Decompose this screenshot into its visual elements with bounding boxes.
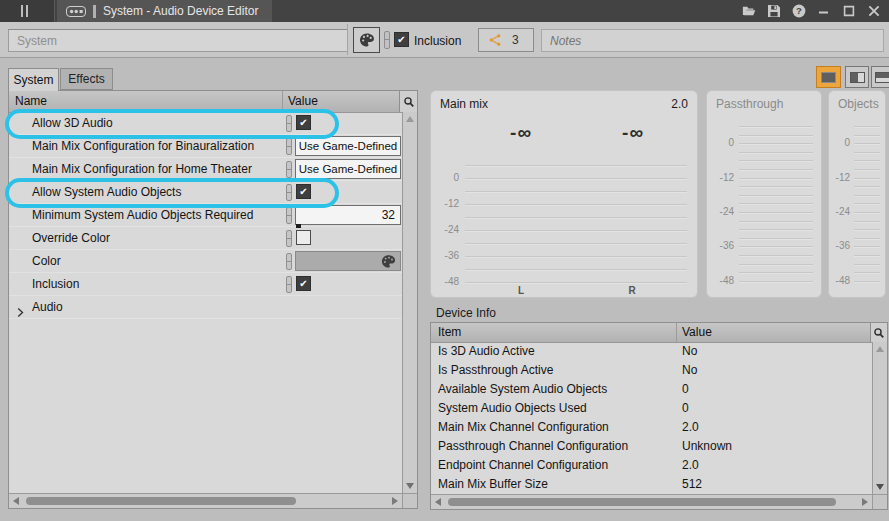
property-row[interactable]: Minimum System Audio Objects Required32: [9, 204, 402, 227]
device-info-value: 2.0: [682, 420, 699, 434]
column-header-name[interactable]: Name: [15, 94, 47, 108]
meter-gridline: [854, 143, 880, 144]
tab-system[interactable]: System: [8, 68, 59, 91]
palette-icon: [359, 32, 375, 48]
property-row[interactable]: Override Color: [9, 227, 402, 250]
column-divider[interactable]: [676, 323, 677, 342]
object-name-input[interactable]: [8, 29, 348, 52]
close-icon[interactable]: [867, 4, 881, 18]
device-info-title: Device Info: [436, 306, 496, 320]
property-checkbox[interactable]: [296, 184, 311, 199]
property-row[interactable]: Allow System Audio Objects: [9, 181, 402, 204]
property-dropdown[interactable]: Use Game-Defined: [295, 159, 401, 179]
scroll-left-icon[interactable]: [435, 498, 441, 506]
scroll-down-icon[interactable]: [876, 484, 884, 490]
device-info-row[interactable]: Endpoint Channel Configuration2.0: [431, 456, 872, 475]
scrollbar-thumb[interactable]: [448, 498, 836, 506]
column-header-item[interactable]: Item: [438, 325, 461, 339]
scroll-right-icon[interactable]: [392, 497, 398, 505]
property-vertical-scrollbar[interactable]: [402, 112, 417, 493]
layout-split-horizontal-button[interactable]: [871, 66, 889, 88]
property-checkbox[interactable]: [296, 230, 311, 245]
property-number-input[interactable]: 32: [295, 205, 401, 225]
device-info-row[interactable]: Main Mix Buffer Size512: [431, 475, 872, 494]
meter-gridline: [854, 212, 880, 213]
inclusion-checkbox[interactable]: [394, 32, 409, 47]
device-info-row[interactable]: Is 3D Audio ActiveNo: [431, 342, 872, 361]
property-row[interactable]: Allow 3D Audio: [9, 112, 402, 135]
scroll-up-icon[interactable]: [406, 116, 414, 122]
value-drag-handle[interactable]: [286, 253, 292, 270]
property-horizontal-scrollbar[interactable]: [9, 493, 402, 508]
meter-gridline: [854, 264, 880, 265]
color-picker-button[interactable]: [353, 27, 380, 53]
scrollbar-corner: [872, 494, 887, 509]
scroll-up-icon[interactable]: [876, 346, 884, 352]
notes-input[interactable]: [541, 29, 884, 52]
value-drag-handle[interactable]: [286, 207, 292, 224]
property-row[interactable]: Inclusion: [9, 273, 402, 296]
toolbar-splitter-handle[interactable]: [384, 31, 390, 49]
device-info-item: Is Passthrough Active: [438, 363, 553, 377]
references-button[interactable]: 3: [478, 28, 534, 52]
device-info-row[interactable]: Is Passthrough ActiveNo: [431, 361, 872, 380]
value-drag-handle[interactable]: [286, 276, 292, 293]
minimize-icon[interactable]: [817, 4, 831, 18]
value-drag-handle[interactable]: [286, 184, 292, 201]
editor-document-tab[interactable]: System - Audio Device Editor: [57, 0, 272, 22]
property-checkbox[interactable]: [296, 115, 311, 130]
device-info-horizontal-scrollbar[interactable]: [431, 494, 872, 509]
property-name: Main Mix Configuration for Home Theater: [32, 162, 252, 176]
audio-device-icon: [66, 6, 86, 17]
palette-icon: [381, 254, 396, 269]
layout-single-pane-button[interactable]: [816, 66, 841, 88]
scrollbar-thumb[interactable]: [26, 497, 296, 505]
maximize-icon[interactable]: [842, 4, 856, 18]
meter-gridline: [739, 152, 813, 153]
column-header-value[interactable]: Value: [682, 325, 712, 339]
help-icon[interactable]: ?: [792, 4, 806, 18]
search-button[interactable]: [870, 323, 887, 342]
chevron-right-icon[interactable]: [16, 303, 25, 312]
window-grip[interactable]: [0, 0, 55, 22]
meter-gridline: [739, 143, 813, 144]
search-button[interactable]: [399, 91, 417, 112]
value-drag-handle[interactable]: [286, 138, 292, 155]
meter-gridline: [854, 195, 880, 196]
property-rows: Allow 3D AudioMain Mix Configuration for…: [9, 112, 402, 493]
meter-scale-label: 0: [709, 137, 734, 148]
property-row[interactable]: Audio: [9, 296, 402, 319]
column-header-value[interactable]: Value: [288, 94, 318, 108]
column-divider[interactable]: [282, 91, 283, 112]
meter-gridline: [465, 204, 687, 205]
property-name: Color: [32, 254, 61, 268]
property-checkbox[interactable]: [296, 276, 311, 291]
device-info-vertical-scrollbar[interactable]: [872, 342, 887, 494]
property-row[interactable]: Main Mix Configuration for Binauralizati…: [9, 135, 402, 158]
save-icon[interactable]: [767, 4, 781, 18]
property-row[interactable]: Color: [9, 250, 402, 273]
device-info-value: Unknown: [682, 439, 732, 453]
meter-gridline: [465, 269, 687, 270]
open-folder-icon[interactable]: [742, 4, 756, 18]
device-info-row[interactable]: Main Mix Channel Configuration2.0: [431, 418, 872, 437]
layout-split-vertical-button[interactable]: [845, 66, 869, 88]
device-info-row[interactable]: Passthrough Channel ConfigurationUnknown: [431, 437, 872, 456]
property-row[interactable]: Main Mix Configuration for Home TheaterU…: [9, 158, 402, 181]
value-drag-handle[interactable]: [286, 115, 292, 132]
property-name: Allow System Audio Objects: [32, 185, 181, 199]
scroll-left-icon[interactable]: [13, 497, 19, 505]
device-info-value: 2.0: [682, 458, 699, 472]
device-info-row[interactable]: Available System Audio Objects0: [431, 380, 872, 399]
device-info-row[interactable]: System Audio Objects Used0: [431, 399, 872, 418]
scroll-right-icon[interactable]: [862, 498, 868, 506]
passthrough-meter: Passthrough 0-12-24-36-48: [706, 90, 822, 298]
color-swatch-button[interactable]: [295, 251, 401, 271]
property-dropdown[interactable]: Use Game-Defined: [295, 136, 401, 156]
meter-scale-label: -24: [829, 206, 850, 217]
value-drag-handle[interactable]: [286, 161, 292, 178]
tab-effects[interactable]: Effects: [60, 68, 113, 90]
meter-gridline: [854, 135, 880, 136]
value-drag-handle[interactable]: [286, 230, 292, 247]
scroll-down-icon[interactable]: [406, 483, 414, 489]
